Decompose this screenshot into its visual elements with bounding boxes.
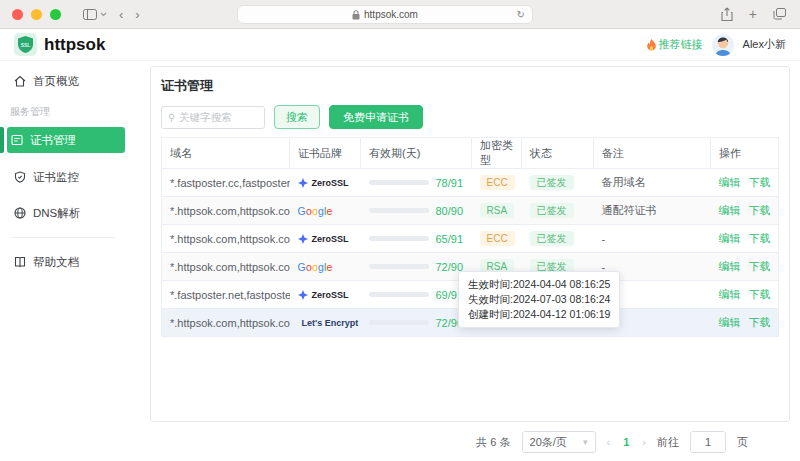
cell-brand: ZeroSSL	[290, 225, 361, 253]
page-size-select[interactable]: 20条/页 ▾	[522, 431, 596, 453]
brand-name: httpsok	[44, 35, 105, 55]
download-link[interactable]: 下载	[749, 288, 771, 300]
edit-link[interactable]: 编辑	[719, 176, 741, 188]
encryption-badge: ECC	[480, 175, 515, 190]
sidebar-item-label: DNS解析	[33, 206, 80, 221]
download-link[interactable]: 下载	[749, 232, 771, 244]
edit-link[interactable]: 编辑	[719, 232, 741, 244]
page-label: 页	[737, 435, 748, 450]
sidebar-item-help[interactable]: 帮助文档	[10, 250, 119, 274]
zerossl-icon	[298, 178, 308, 188]
next-page-button[interactable]: ›	[642, 436, 646, 448]
status-badge: 已签发	[530, 231, 574, 246]
back-button[interactable]: ‹	[119, 7, 123, 22]
chevron-down-icon	[100, 12, 107, 17]
minimize-window-button[interactable]	[31, 9, 42, 20]
promo-link-label: 推荐链接	[659, 37, 703, 52]
table-row: *.fastposter.cc,fastposter.ccZeroSSL78/9…	[162, 169, 779, 197]
validity-progress-bar	[369, 236, 429, 241]
tab-overview-icon[interactable]	[773, 8, 786, 20]
new-tab-button[interactable]: +	[749, 6, 757, 22]
sidebar-item-home[interactable]: 首页概览	[10, 69, 119, 93]
chevron-down-icon: ▾	[583, 437, 588, 447]
browser-chrome: ‹ › httpsok.com ↻ +	[0, 0, 800, 29]
forward-button[interactable]: ›	[135, 7, 139, 22]
sidebar-item-cert-management[interactable]: 证书管理	[7, 127, 125, 153]
download-link[interactable]: 下载	[749, 316, 771, 328]
col-status: 状态	[522, 138, 594, 169]
tooltip-expire-time: 失效时间:2024-07-03 08:16:24	[468, 292, 610, 307]
cell-actions: 编辑下载删除	[711, 169, 779, 197]
google-logo: Google	[298, 205, 333, 217]
cell-remark: 通配符证书	[594, 197, 711, 225]
validity-progress-bar	[369, 292, 429, 297]
cell-domain: *.httpsok.com,httpsok.com	[162, 253, 290, 281]
cell-encryption: RSA	[472, 197, 522, 225]
brand-logo[interactable]: SSL httpsok	[14, 33, 105, 56]
current-page[interactable]: 1	[623, 436, 629, 448]
cell-domain: *.httpsok.com,httpsok.com	[162, 197, 290, 225]
app-header: SSL httpsok 推荐链接 Alex小新	[0, 29, 800, 61]
zoom-window-button[interactable]	[50, 9, 61, 20]
cell-brand: Google	[290, 253, 361, 281]
tooltip-create-time: 创建时间:2024-04-12 01:06:19	[468, 307, 610, 322]
cell-validity: 72/90	[361, 309, 472, 337]
cell-brand: Google	[290, 197, 361, 225]
encryption-badge: RSA	[480, 203, 515, 218]
validity-progress-bar	[369, 320, 429, 325]
validity-value: 80/90	[436, 205, 464, 217]
search-icon: ⚲	[168, 112, 175, 123]
browser-sidebar-toggle[interactable]	[83, 9, 107, 20]
sidebar-section-services: 服务管理	[10, 105, 127, 119]
globe-icon	[14, 207, 26, 219]
search-button[interactable]: 搜索	[274, 105, 320, 129]
apply-cert-button[interactable]: 免费申请证书	[329, 105, 423, 129]
main-content: 证书管理 ⚲ 搜索 免费申请证书 域名 证书品牌 有	[127, 61, 800, 460]
edit-link[interactable]: 编辑	[719, 260, 741, 272]
sidebar-item-label: 首页概览	[33, 74, 79, 89]
reload-icon[interactable]: ↻	[517, 9, 525, 20]
ssl-shield-icon: SSL	[14, 33, 37, 56]
prev-page-button[interactable]: ‹	[607, 436, 611, 448]
download-link[interactable]: 下载	[749, 260, 771, 272]
download-link[interactable]: 下载	[749, 204, 771, 216]
edit-link[interactable]: 编辑	[719, 204, 741, 216]
promo-link[interactable]: 推荐链接	[647, 37, 703, 52]
goto-page-input[interactable]	[690, 431, 726, 453]
brand-label: Let's Encrypt	[302, 318, 359, 328]
zerossl-icon	[298, 234, 308, 244]
cell-actions: 编辑下载删除	[711, 309, 779, 337]
address-bar[interactable]: httpsok.com ↻	[237, 5, 533, 24]
edit-link[interactable]: 编辑	[719, 316, 741, 328]
fire-icon	[647, 39, 656, 51]
validity-progress-bar	[369, 208, 429, 213]
cell-actions: 编辑下载删除	[711, 281, 779, 309]
cell-remark: -	[594, 225, 711, 253]
cell-domain: *.fastposter.cc,fastposter.cc	[162, 169, 290, 197]
tooltip-effective-time: 生效时间:2024-04-04 08:16:25	[468, 277, 610, 292]
encryption-badge: ECC	[480, 231, 515, 246]
cell-brand: ZeroSSL	[290, 169, 361, 197]
active-indicator	[0, 127, 4, 153]
search-input[interactable]	[179, 111, 258, 123]
status-badge: 已签发	[530, 203, 574, 218]
cell-brand: ZeroSSL	[290, 281, 361, 309]
page-size-value: 20条/页	[530, 435, 567, 450]
close-window-button[interactable]	[12, 9, 23, 20]
avatar[interactable]	[712, 34, 734, 56]
sidebar-item-cert-monitor[interactable]: 证书监控	[10, 165, 119, 189]
home-icon	[14, 75, 26, 87]
cell-encryption: ECC	[472, 225, 522, 253]
cell-status: 已签发	[522, 197, 594, 225]
sidebar: 首页概览 服务管理 证书管理 证书监控 DNS解析 帮助文档	[0, 61, 127, 460]
cell-remark: 备用域名	[594, 169, 711, 197]
cell-domain: *.httpsok.com,httpsok.com	[162, 309, 290, 337]
download-link[interactable]: 下载	[749, 176, 771, 188]
edit-link[interactable]: 编辑	[719, 288, 741, 300]
share-icon[interactable]	[721, 7, 733, 21]
sidebar-item-dns[interactable]: DNS解析	[10, 201, 119, 225]
sidebar-item-label: 证书管理	[30, 133, 76, 148]
lock-icon	[352, 10, 360, 20]
certificate-icon	[11, 134, 23, 146]
col-validity: 有效期(天)	[361, 138, 472, 169]
